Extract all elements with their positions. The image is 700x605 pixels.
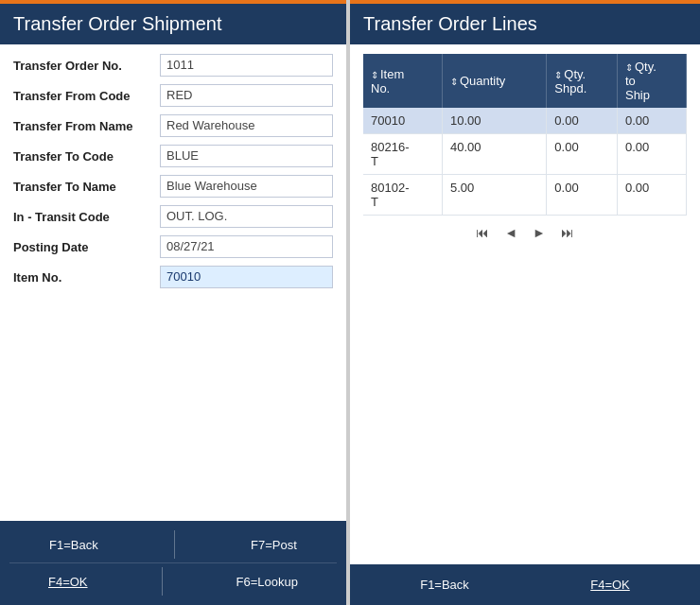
- next-page-button[interactable]: ►: [529, 223, 550, 242]
- right-table-container: ⇕ItemNo.⇕Quantity⇕Qty.Shpd.⇕Qty.to Ship …: [350, 44, 700, 564]
- column-header[interactable]: ⇕Qty.Shpd.: [547, 54, 618, 108]
- table-cell: 70010: [363, 108, 442, 134]
- table-cell: 0.00: [617, 175, 686, 216]
- form-label: Transfer To Code: [13, 149, 160, 164]
- form-row: Transfer Order No.1011: [13, 54, 333, 77]
- column-header[interactable]: ⇕Qty.to Ship: [617, 54, 686, 108]
- table-cell: 0.00: [547, 175, 618, 216]
- right-footer: F1=Back F4=OK: [350, 564, 700, 605]
- table-cell: 80216-T: [363, 134, 442, 175]
- column-header[interactable]: ⇕Quantity: [442, 54, 546, 108]
- last-page-button[interactable]: ⏭: [557, 223, 578, 242]
- form-label: Item No.: [13, 270, 160, 285]
- form-value[interactable]: 70010: [160, 266, 333, 288]
- form-value[interactable]: 1011: [160, 54, 333, 77]
- form-row: Posting Date08/27/21: [13, 235, 333, 258]
- form-value[interactable]: Red Warehouse: [160, 114, 333, 137]
- right-f1-back-button[interactable]: F1=Back: [412, 574, 477, 596]
- f6-lookup-button[interactable]: F6=Lookup: [229, 571, 306, 593]
- form-row: Item No.70010: [13, 266, 333, 288]
- table-cell: 0.00: [547, 108, 618, 134]
- form-value[interactable]: 08/27/21: [160, 235, 333, 258]
- form-row: Transfer To NameBlue Warehouse: [13, 175, 333, 198]
- first-page-button[interactable]: ⏮: [472, 223, 493, 242]
- form-value[interactable]: BLUE: [160, 145, 333, 167]
- table-cell: 10.00: [442, 108, 546, 134]
- form-label: Transfer To Name: [13, 180, 160, 194]
- table-body: 7001010.000.000.0080216-T40.000.000.0080…: [363, 108, 687, 216]
- left-footer: F1=Back F7=Post F4=OK F6=Lookup: [0, 521, 346, 605]
- left-panel: Transfer Order Shipment Transfer Order N…: [0, 0, 350, 605]
- left-form: Transfer Order No.1011Transfer From Code…: [0, 44, 346, 521]
- transfer-lines-table: ⇕ItemNo.⇕Quantity⇕Qty.Shpd.⇕Qty.to Ship …: [363, 54, 687, 216]
- form-row: In - Transit CodeOUT. LOG.: [13, 205, 333, 228]
- table-header: ⇕ItemNo.⇕Quantity⇕Qty.Shpd.⇕Qty.to Ship: [363, 54, 687, 108]
- table-cell: 0.00: [617, 134, 686, 175]
- form-label: In - Transit Code: [13, 210, 160, 224]
- table-cell: 40.00: [442, 134, 546, 175]
- column-header[interactable]: ⇕ItemNo.: [363, 54, 442, 108]
- form-value[interactable]: OUT. LOG.: [160, 205, 333, 228]
- table-cell: 5.00: [442, 175, 546, 216]
- f4-ok-button[interactable]: F4=OK: [41, 571, 96, 593]
- table-cell: 80102-T: [363, 175, 442, 216]
- table-cell: 0.00: [547, 134, 618, 175]
- prev-page-button[interactable]: ◄: [500, 223, 521, 242]
- f7-post-button[interactable]: F7=Post: [243, 534, 305, 556]
- footer-divider-2: [162, 567, 163, 596]
- form-value[interactable]: RED: [160, 84, 333, 107]
- left-panel-title: Transfer Order Shipment: [0, 4, 346, 44]
- form-label: Transfer Order No.: [13, 59, 160, 73]
- f1-back-button[interactable]: F1=Back: [42, 534, 106, 556]
- right-panel: Transfer Order Lines ⇕ItemNo.⇕Quantity⇕Q…: [350, 0, 700, 605]
- table-row[interactable]: 7001010.000.000.00: [363, 108, 687, 134]
- form-label: Transfer From Code: [13, 89, 160, 103]
- table-row[interactable]: 80216-T40.000.000.00: [363, 134, 687, 175]
- form-value[interactable]: Blue Warehouse: [160, 175, 333, 198]
- table-row[interactable]: 80102-T5.000.000.00: [363, 175, 687, 216]
- form-row: Transfer From CodeRED: [13, 84, 333, 107]
- pagination: ⏮ ◄ ► ⏭: [363, 216, 687, 250]
- table-cell: 0.00: [617, 108, 686, 134]
- footer-divider-1: [174, 530, 175, 559]
- form-row: Transfer From NameRed Warehouse: [13, 114, 333, 137]
- right-f4-ok-button[interactable]: F4=OK: [583, 574, 638, 596]
- right-panel-title: Transfer Order Lines: [350, 4, 700, 44]
- form-row: Transfer To CodeBLUE: [13, 145, 333, 167]
- form-label: Posting Date: [13, 240, 160, 254]
- form-label: Transfer From Name: [13, 119, 160, 133]
